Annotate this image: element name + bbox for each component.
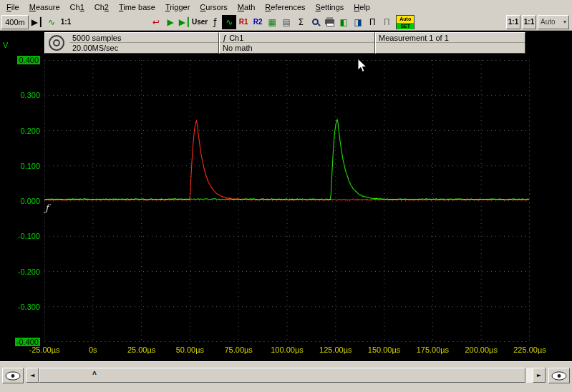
waveform-style-button[interactable]: ∿ — [44, 15, 59, 29]
menu-bar: FileMeasureCh1Ch2Time baseTriggerCursors… — [0, 0, 572, 14]
menu-ch2[interactable]: Ch2 — [89, 1, 114, 13]
pulse-icon: Π — [369, 18, 376, 26]
menu-ch1[interactable]: Ch1 — [65, 1, 89, 13]
sample-rate: 20.00MS/sec — [69, 43, 218, 53]
y-axis-unit: V — [3, 41, 8, 49]
menu-references[interactable]: References — [260, 1, 310, 13]
waveform-style-icon: ∿ — [48, 18, 55, 26]
recall-setup-icon: ↩ — [152, 18, 160, 26]
run-icon: ▶ — [167, 18, 173, 26]
toolbar-left-cluster: ▶┃∿1:1 — [30, 15, 73, 29]
x-tick-label: 50.00µs — [165, 346, 215, 354]
button-label: R2 — [253, 18, 263, 26]
copy-waveform-icon: ▤ — [283, 18, 291, 26]
math-status[interactable]: ƒ Ch1 No math — [219, 32, 375, 54]
trigger-slope-button[interactable]: ▶┃ — [30, 15, 44, 29]
screenshot-icon: ◨ — [354, 18, 362, 26]
measurement-status[interactable]: Measurement 1 of 1 — [375, 32, 525, 54]
acquisition-status[interactable]: 5000 samples 20.00MS/sec — [44, 32, 219, 54]
pulse-button[interactable]: Π — [365, 15, 379, 29]
menu-trigger[interactable]: Trigger — [160, 1, 195, 13]
scroll-left-button[interactable]: ◄ — [26, 368, 39, 383]
run-button[interactable]: ▶ — [163, 15, 178, 29]
x-tick-label: 0s — [68, 346, 118, 354]
trigger-position-caret: ^ — [92, 371, 97, 378]
export-button[interactable]: ◧ — [336, 15, 351, 29]
knob-icon — [49, 35, 64, 51]
menu-math[interactable]: Math — [233, 1, 260, 13]
y-tick-label: 0.400 — [0, 55, 40, 65]
trigger-slope-icon: ▶┃ — [31, 18, 43, 26]
scroll-right-button[interactable]: ► — [533, 368, 546, 383]
menu-time-base[interactable]: Time base — [114, 1, 160, 13]
x-axis-labels: -25.00µs0s25.00µs50.00µs75.00µs100.00µs1… — [0, 346, 572, 356]
show-trace-right-button[interactable] — [548, 368, 570, 383]
toolbar-right-cluster: 1:11:1 Auto ▾ — [506, 15, 569, 29]
user-button[interactable]: User — [192, 15, 208, 29]
y-tick-label: 0.100 — [0, 161, 40, 171]
waveform-svg — [44, 60, 530, 342]
autoset-label-top: Auto — [397, 16, 414, 23]
trigger-mode-select[interactable]: Auto ▾ — [538, 15, 569, 29]
measurement-empty-line — [376, 43, 525, 53]
menu-cursors[interactable]: Cursors — [195, 1, 233, 13]
y-tick-label: -0.300 — [0, 302, 40, 312]
x-tick-label: 225.00µs — [505, 346, 555, 354]
copy-waveform-button[interactable]: ▤ — [279, 15, 294, 29]
bottom-panel: ◄ ^ ► — [0, 361, 572, 392]
measurements-button[interactable]: Σ — [294, 15, 308, 29]
button-label: R1 — [239, 18, 248, 26]
x-tick-label: 150.00µs — [359, 346, 409, 354]
y-tick-label: 0.000 — [0, 196, 40, 206]
menu-measure[interactable]: Measure — [24, 1, 65, 13]
zoom-button[interactable] — [308, 15, 322, 29]
horizontal-scrollbar[interactable]: ◄ ^ ► — [26, 368, 546, 383]
autoset-label-bottom: SET — [397, 23, 414, 29]
menu-settings[interactable]: Settings — [311, 1, 349, 13]
x-tick-label: -25.00µs — [19, 346, 69, 354]
probe-ratio-button[interactable]: 1:1 — [59, 15, 73, 29]
eye-icon — [5, 371, 21, 381]
magnifier-icon — [312, 19, 319, 25]
button-label: 1:1 — [508, 18, 518, 26]
print-button[interactable] — [322, 15, 336, 29]
autoset-button[interactable]: Auto SET — [396, 15, 415, 29]
y-tick-label: 0.200 — [0, 126, 40, 136]
display-setup-icon: ∿ — [226, 18, 233, 26]
y-tick-label: -0.100 — [0, 231, 40, 241]
menu-file[interactable]: File — [1, 1, 24, 13]
save-waveform-button[interactable]: ▦ — [265, 15, 279, 29]
mouse-cursor — [357, 58, 368, 74]
printer-icon — [325, 19, 334, 24]
pulse-train-icon: Π — [384, 18, 390, 26]
measurements-icon: Σ — [298, 18, 304, 26]
recall-setup-button[interactable]: ↩ — [149, 15, 163, 29]
scrollbar-thumb[interactable]: ^ — [39, 368, 525, 383]
y-tick-label: -0.200 — [0, 267, 40, 277]
y-tick-label: 0.300 — [0, 90, 40, 100]
waveform-plot[interactable] — [44, 60, 530, 342]
menu-help[interactable]: Help — [349, 1, 375, 13]
export-icon: ◧ — [340, 18, 348, 26]
math-source: ƒ Ch1 — [220, 33, 374, 43]
chevron-down-icon: ▾ — [563, 19, 566, 25]
display-setup-button[interactable]: ∿ — [222, 15, 236, 29]
single-acquisition-button[interactable]: ▶┃ — [178, 15, 192, 29]
math-trace-marker: ƒ — [45, 202, 49, 213]
trigger-mode-value: Auto — [541, 18, 556, 26]
oscilloscope-app: FileMeasureCh1Ch2Time baseTriggerCursors… — [0, 0, 572, 392]
pulse-train-button[interactable]: Π — [379, 15, 394, 29]
math-setup-button[interactable]: ƒ — [208, 15, 222, 29]
scrollbar-track[interactable]: ^ — [39, 368, 533, 383]
eye-icon — [551, 371, 567, 381]
show-trace-left-button[interactable] — [2, 368, 24, 383]
x-tick-label: 25.00µs — [117, 346, 167, 354]
zoom-x-1to1-button[interactable]: 1:1 — [506, 15, 520, 29]
screenshot-button[interactable]: ◨ — [351, 15, 365, 29]
x-tick-label: 75.00µs — [213, 346, 263, 354]
reference1-button[interactable]: R1 — [236, 15, 251, 29]
vertical-scale-select[interactable]: 400m — [1, 15, 29, 29]
toolbar-main-cluster: ↩▶▶┃Userƒ∿R1R2▦▤Σ◧◨ΠΠ — [149, 15, 394, 29]
reference2-button[interactable]: R2 — [251, 15, 265, 29]
zoom-y-1to1-button[interactable]: 1:1 — [522, 15, 536, 29]
